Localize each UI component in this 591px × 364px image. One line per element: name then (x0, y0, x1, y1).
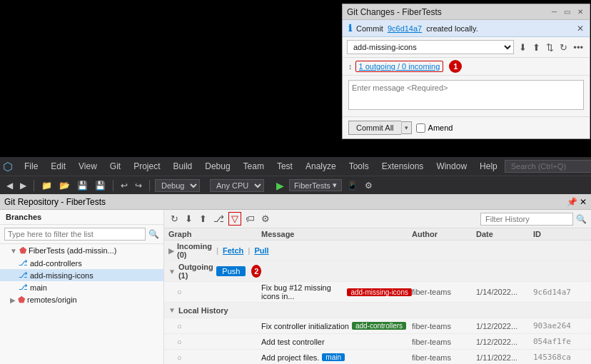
commit-row-local-3[interactable]: ○ Add project files. main fiber-teams 1/… (164, 350, 591, 364)
tree-item-fibertest[interactable]: ▼ ⬟ FiberTests (add-missin...) (0, 244, 163, 257)
settings-button[interactable]: ⚙ (363, 180, 375, 191)
run-button[interactable]: ▶ (274, 179, 286, 192)
git-repo-body: Branches 🔍 ▼ ⬟ FiberTests (add-missin...… (0, 210, 591, 364)
tree-item-add-controllers[interactable]: ⎇ add-controllers (0, 257, 163, 269)
commit-action-row: Commit All ▾ Amend (343, 117, 590, 138)
amend-checkbox[interactable] (416, 123, 425, 133)
forward-button[interactable]: ▶ (18, 180, 29, 191)
menu-view[interactable]: View (73, 160, 103, 173)
tree-item-remotes[interactable]: ▶ ⬟ remotes/origin (0, 293, 163, 306)
menu-analyze[interactable]: Analyze (300, 160, 342, 173)
commit-row-local-1[interactable]: ○ Fix controller initialization add-cont… (164, 318, 591, 334)
tree-item-main[interactable]: ⎇ main (0, 281, 163, 293)
menu-bar: ⬡ File Edit View Git Project Build Debug… (0, 157, 591, 176)
commit-link[interactable]: 9c6d14a7 (388, 24, 422, 33)
col-header-message: Message (261, 230, 412, 238)
refresh-commits-button[interactable]: ↻ (168, 213, 181, 225)
menu-tools[interactable]: Tools (343, 160, 375, 173)
menu-help[interactable]: Help (474, 160, 503, 173)
filter-history-search-icon[interactable]: 🔍 (576, 214, 587, 224)
commit-date: 1/14/2022... (476, 288, 533, 296)
device-button[interactable]: 📱 (345, 180, 360, 191)
git-repo-pin-buttons: 📌 ✕ (567, 197, 587, 207)
branch-action-button[interactable]: ⎇ (211, 213, 226, 225)
git-main-toolbar: ↻ ⬇ ⬆ ⎇ ▽ 🏷 ⚙ 🔍 (164, 210, 591, 228)
fetch-down-button[interactable]: ⬇ (517, 41, 529, 54)
outgoing-label: ▼ Outgoing (1) Push 2 (168, 263, 261, 280)
menu-debug[interactable]: Debug (199, 160, 236, 173)
platform-select[interactable]: Any CPU (210, 179, 264, 192)
col-header-date: Date (476, 230, 533, 238)
separator-1 (34, 180, 34, 191)
menu-edit[interactable]: Edit (45, 160, 71, 173)
close-repo-button[interactable]: ✕ (580, 197, 587, 207)
refresh-button[interactable]: ↻ (557, 41, 570, 54)
commit-msg: Add test controller (261, 338, 325, 346)
redo-button[interactable]: ↪ (133, 180, 144, 191)
pin-icon[interactable]: 📌 (567, 197, 577, 207)
sync-link[interactable]: 1 outgoing / 0 incoming (355, 61, 444, 72)
sync-button[interactable]: ⇅ (544, 41, 556, 54)
menu-git[interactable]: Git (104, 160, 126, 173)
commit-id: 9c6d14a7 (533, 288, 587, 297)
separator-3 (149, 180, 150, 191)
info-icon: ℹ (348, 23, 352, 34)
filter-history-input[interactable] (480, 213, 573, 226)
config-select[interactable]: Debug (155, 179, 200, 192)
menu-test[interactable]: Test (271, 160, 298, 173)
menu-extensions[interactable]: Extensions (376, 160, 430, 173)
remote-icon: ⬟ (18, 295, 25, 305)
new-solution-button[interactable]: 📁 (39, 180, 54, 191)
info-close-button[interactable]: ✕ (577, 24, 584, 34)
toolbar: ◀ ▶ 📁 📂 💾 💾 ↩ ↪ Debug Any CPU ▶ FiberTes… (0, 176, 591, 194)
project-arrow: ▾ (333, 181, 337, 190)
incoming-section[interactable]: ▶ Incoming (0) | Fetch | Pull (164, 241, 591, 261)
filter-button[interactable]: ▽ (228, 212, 241, 226)
fetch-commits-button[interactable]: ⬇ (183, 213, 195, 225)
save-button[interactable]: 💾 (75, 180, 90, 191)
pull-link[interactable]: Pull (254, 246, 268, 255)
commit-id: 903ae264 (533, 321, 587, 330)
float-button[interactable]: ▭ (562, 7, 572, 16)
settings-commits-button[interactable]: ⚙ (259, 213, 272, 225)
back-button[interactable]: ◀ (4, 180, 15, 191)
menu-file[interactable]: File (19, 160, 44, 173)
menu-project[interactable]: Project (128, 160, 166, 173)
commit-dropdown-button[interactable]: ▾ (401, 121, 412, 134)
separator-2 (113, 180, 113, 191)
push-button[interactable]: Push (216, 266, 246, 276)
tag-button[interactable]: 🏷 (243, 213, 257, 225)
open-button[interactable]: 📂 (57, 180, 72, 191)
commit-id: 054af1fe (533, 337, 587, 346)
save-all-button[interactable]: 💾 (93, 180, 108, 191)
local-history-section[interactable]: ▼ Local History (164, 303, 591, 318)
more-button[interactable]: ••• (571, 41, 585, 54)
branch-filter-input[interactable] (4, 228, 146, 241)
commit-all-button[interactable]: Commit All (348, 121, 401, 135)
commit-row-outgoing-1[interactable]: ○ Fix bug #12 missing icons in... add-mi… (164, 282, 591, 303)
menu-search-input[interactable] (505, 160, 591, 173)
col-header-id: ID (533, 230, 587, 238)
commit-msg: Add project files. (261, 353, 319, 362)
commit-btn-wrap: Commit All ▾ (348, 121, 412, 135)
fetch-up-button[interactable]: ⬆ (530, 41, 542, 54)
menu-window[interactable]: Window (430, 160, 473, 173)
message-input[interactable] (348, 80, 584, 110)
project-selector[interactable]: FiberTests ▾ (289, 179, 342, 191)
branch-filter-search-icon[interactable]: 🔍 (148, 229, 159, 239)
push-commits-button[interactable]: ⬆ (197, 213, 209, 225)
pin-button[interactable]: ─ (550, 7, 559, 16)
close-panel-button[interactable]: ✕ (575, 7, 585, 16)
undo-button[interactable]: ↩ (118, 180, 130, 191)
vs-logo: ⬡ (3, 160, 13, 173)
commit-row-local-2[interactable]: ○ Add test controller fiber-teams 1/12/2… (164, 334, 591, 350)
tree-item-add-missing-icons[interactable]: ⎇ add-missing-icons (0, 269, 163, 281)
branch-select[interactable]: add-missing-icons (347, 40, 514, 54)
fetch-link[interactable]: Fetch (223, 246, 243, 255)
git-changes-panel: Git Changes - FiberTests ─ ▭ ✕ ℹ Commit … (342, 4, 590, 139)
menu-team[interactable]: Team (238, 160, 270, 173)
menu-build[interactable]: Build (168, 160, 198, 173)
branch-row: add-missing-icons ⬇ ⬆ ⇅ ↻ ••• (343, 37, 590, 58)
outgoing-section[interactable]: ▼ Outgoing (1) Push 2 (164, 261, 591, 282)
branch-icon: ⎇ (19, 283, 28, 292)
